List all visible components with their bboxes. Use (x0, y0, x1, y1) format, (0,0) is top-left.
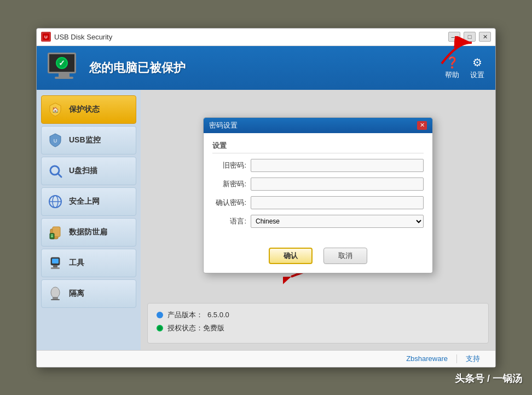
sidebar-label-tools: 工具 (69, 258, 84, 268)
settings-label: 设置 (470, 70, 484, 80)
svg-text:🏠: 🏠 (52, 106, 59, 113)
svg-rect-17 (53, 265, 57, 267)
header-right: ❓ 帮助 ⚙ 设置 (445, 56, 484, 80)
sidebar-item-tools[interactable]: 工具 (41, 249, 136, 277)
confirm-password-label: 确认密码: (212, 198, 251, 208)
support-link[interactable]: 支持 (457, 354, 489, 364)
window-controls: — □ ✕ (448, 32, 491, 42)
new-password-label: 新密码: (212, 179, 251, 189)
svg-rect-20 (53, 297, 58, 299)
modal-section-label: 设置 (212, 141, 424, 153)
modal-footer: 确认 取消 (204, 241, 432, 273)
window-title: USB Disk Security (54, 33, 448, 41)
sidebar-item-data[interactable]: 数据防世扁 (41, 218, 136, 247)
settings-button[interactable]: ⚙ 设置 (470, 56, 484, 80)
svg-rect-16 (52, 259, 59, 264)
modal-title-bar: 密码设置 ✕ (204, 118, 432, 133)
svg-point-19 (51, 287, 60, 298)
sidebar-label-quarantine: 隔离 (69, 289, 84, 299)
confirm-password-input[interactable] (251, 196, 424, 209)
maximize-button[interactable]: □ (464, 32, 476, 42)
monitor-icon: ✓ (48, 53, 80, 83)
web-icon (47, 193, 63, 210)
old-password-row: 旧密码: (212, 159, 424, 172)
sidebar-item-protection[interactable]: 🏠 保护状态 (41, 95, 136, 124)
header-title: 您的电脑已被保护 (89, 60, 186, 76)
check-icon: ✓ (56, 57, 68, 69)
main-panel: 产品版本： 6.5.0.0 授权状态：免费版 (141, 90, 495, 350)
quarantine-icon (47, 285, 63, 302)
help-label: 帮助 (445, 70, 459, 80)
svg-text:U: U (44, 35, 48, 39)
sidebar-item-usb[interactable]: U USB监控 (41, 126, 136, 154)
app-icon: U (41, 32, 51, 42)
sidebar-label-usb: USB监控 (69, 135, 101, 145)
svg-line-6 (58, 174, 61, 177)
password-dialog: 密码设置 ✕ 设置 旧密码: 新密码: (203, 117, 433, 273)
old-password-input[interactable] (251, 159, 424, 172)
header: ✓ 您的电脑已被保护 ❓ 帮助 ⚙ 设置 (37, 46, 495, 90)
content-area: 🏠 保护状态 U USB监控 (37, 90, 495, 350)
protection-icon: 🏠 (47, 101, 63, 118)
modal-close-button[interactable]: ✕ (417, 121, 427, 130)
main-window: U USB Disk Security — □ ✕ ✓ 您的电脑已被保护 ❓ 帮… (36, 28, 496, 368)
help-icon: ❓ (446, 56, 459, 69)
language-select[interactable]: Chinese English (251, 215, 424, 228)
zbshareware-link[interactable]: Zbshareware (397, 354, 456, 363)
watermark: 头条号 / 一锅汤 (455, 372, 522, 385)
sidebar-label-data: 数据防世扁 (69, 227, 107, 237)
svg-rect-18 (51, 267, 60, 269)
modal-title: 密码设置 (209, 121, 417, 130)
modal-body: 设置 旧密码: 新密码: 确认密码: (204, 133, 432, 241)
usb-icon: U (47, 132, 63, 148)
help-button[interactable]: ❓ 帮助 (445, 56, 459, 80)
data-icon (47, 224, 63, 241)
close-button[interactable]: ✕ (479, 32, 491, 42)
svg-rect-21 (51, 299, 60, 300)
old-password-label: 旧密码: (212, 161, 251, 170)
sidebar-item-quarantine[interactable]: 隔离 (41, 279, 136, 308)
new-password-input[interactable] (251, 178, 424, 191)
sidebar-item-web[interactable]: 安全上网 (41, 187, 136, 216)
sidebar-label-protection: 保护状态 (69, 105, 100, 115)
minimize-button[interactable]: — (448, 32, 460, 42)
svg-text:U: U (54, 138, 57, 144)
cancel-button[interactable]: 取消 (323, 248, 367, 264)
language-label: 语言: (212, 216, 251, 226)
new-password-row: 新密码: (212, 178, 424, 191)
title-bar: U USB Disk Security — □ ✕ (37, 28, 495, 46)
footer: Zbshareware 支持 (37, 350, 495, 367)
language-row: 语言: Chinese English (212, 215, 424, 228)
header-icon-area: ✓ 您的电脑已被保护 (48, 53, 445, 83)
confirm-password-row: 确认密码: (212, 196, 424, 209)
sidebar-label-web: 安全上网 (69, 197, 100, 207)
confirm-button[interactable]: 确认 (269, 248, 313, 264)
modal-overlay: 密码设置 ✕ 设置 旧密码: 新密码: (141, 90, 495, 350)
scan-icon (47, 163, 63, 179)
monitor-base (55, 77, 73, 79)
sidebar-item-scan[interactable]: U盘扫描 (41, 157, 136, 185)
sidebar: 🏠 保护状态 U USB监控 (37, 90, 141, 350)
monitor-screen: ✓ (48, 53, 76, 73)
gear-icon: ⚙ (472, 56, 482, 69)
svg-rect-12 (50, 233, 54, 239)
sidebar-label-scan: U盘扫描 (69, 166, 97, 176)
tools-icon (47, 255, 63, 271)
